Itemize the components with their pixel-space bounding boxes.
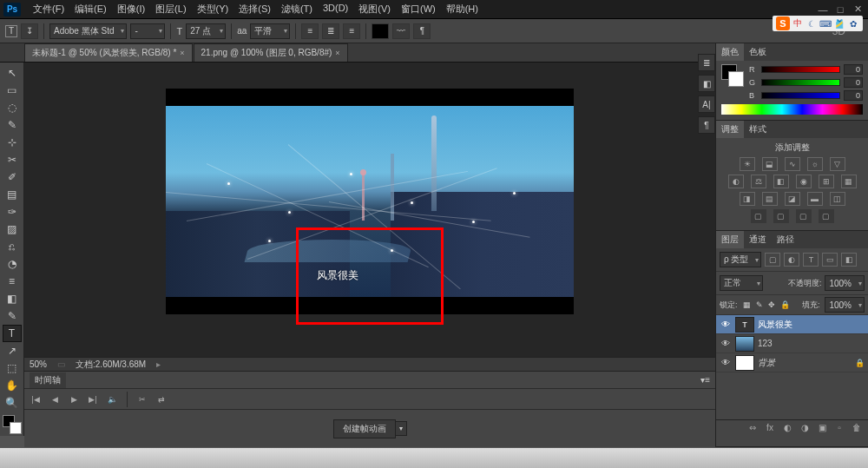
tab-doc-1-close-icon[interactable]: × <box>180 49 184 57</box>
layer-row-img[interactable]: 👁 123 <box>716 334 868 353</box>
tab-doc-1[interactable]: 未标题-1 @ 50% (风景很美, RGB/8) * × <box>24 43 193 62</box>
adj-threshold-icon[interactable]: ◪ <box>785 192 800 206</box>
r-slider[interactable] <box>761 66 840 73</box>
eyedropper-tool[interactable]: ✂ <box>3 151 22 168</box>
minimize-button[interactable]: — <box>816 3 830 16</box>
zoom-level[interactable]: 50% <box>30 359 47 369</box>
timeline-menu-icon[interactable]: ▾≡ <box>700 375 710 385</box>
font-style-dropdown[interactable]: - <box>130 23 165 39</box>
ime-moon-icon[interactable]: ☾ <box>806 17 818 30</box>
character-dock-icon[interactable]: A| <box>698 96 715 113</box>
lasso-tool[interactable]: ◌ <box>3 99 22 116</box>
adjust-tab[interactable]: 调整 <box>716 121 744 138</box>
delete-layer-icon[interactable]: 🗑 <box>851 423 863 432</box>
brush-tool[interactable]: ▤ <box>3 186 22 203</box>
ime-person-icon[interactable]: 🎽 <box>833 17 845 30</box>
zoom-tool[interactable]: 🔍 <box>3 394 22 412</box>
layer-name-2[interactable]: 背景 <box>758 357 775 369</box>
history-dock-icon[interactable]: ≣ <box>698 54 715 71</box>
color-swatch-tool[interactable] <box>3 415 22 434</box>
maximize-button[interactable]: □ <box>833 3 847 16</box>
layers-tab[interactable]: 图层 <box>716 231 744 248</box>
layer-row-text[interactable]: 👁 T 风景很美 <box>716 315 868 334</box>
lock-trans-icon[interactable]: ▦ <box>743 300 751 309</box>
b-value[interactable]: 0 <box>844 90 863 101</box>
color-tab[interactable]: 颜色 <box>716 43 744 61</box>
wand-tool[interactable]: ✎ <box>3 116 22 134</box>
menu-file[interactable]: 文件(F) <box>28 1 69 17</box>
link-layers-icon[interactable]: ⇔ <box>746 423 759 432</box>
hand-tool[interactable]: ✋ <box>3 377 22 394</box>
adj-hue-icon[interactable]: ◐ <box>728 175 744 188</box>
tl-split-icon[interactable]: ✂ <box>136 393 148 405</box>
tab-doc-2[interactable]: 21.png @ 100% (图层 0, RGB/8#) × <box>194 43 348 62</box>
marquee-tool[interactable]: ▭ <box>3 82 22 99</box>
eraser-tool[interactable]: ⎌ <box>3 238 22 255</box>
menu-3d[interactable]: 3D(D) <box>318 1 353 17</box>
filter-smart-icon[interactable]: ◧ <box>841 253 857 267</box>
crop-tool[interactable]: ⊹ <box>3 134 22 151</box>
text-orient-icon[interactable]: ↧ <box>21 23 38 39</box>
gradient-tool[interactable]: ◔ <box>3 255 22 273</box>
close-button[interactable]: ✕ <box>851 3 865 16</box>
tab-doc-2-close-icon[interactable]: × <box>335 49 339 57</box>
path-tool[interactable]: ↗ <box>3 342 22 359</box>
layer-visibility-icon[interactable]: 👁 <box>720 358 732 367</box>
ime-gear-icon[interactable]: ✿ <box>847 17 859 30</box>
adj-brightness-icon[interactable]: ☀ <box>740 157 755 171</box>
adj-selective-icon[interactable]: ◫ <box>830 192 845 206</box>
lock-all-icon[interactable]: 🔒 <box>780 300 790 309</box>
shape-tool[interactable]: ⬚ <box>3 359 22 377</box>
opacity-dropdown[interactable]: 100% <box>825 275 865 291</box>
tl-first-icon[interactable]: |◀ <box>30 393 42 405</box>
tl-prev-icon[interactable]: ◀ <box>49 393 61 405</box>
background-swatch[interactable] <box>10 422 22 434</box>
paragraph-dock-icon[interactable]: ¶ <box>698 116 715 134</box>
color-spectrum[interactable] <box>721 104 863 115</box>
font-family-dropdown[interactable]: Adobe 黑体 Std <box>49 23 127 39</box>
layer-fx-icon[interactable]: fx <box>764 423 776 432</box>
styles-tab[interactable]: 样式 <box>744 121 772 138</box>
layer-name-0[interactable]: 风景很美 <box>758 319 792 331</box>
adj-invert-icon[interactable]: ◨ <box>740 192 755 206</box>
adj-bw-icon[interactable]: ◧ <box>773 175 789 188</box>
layer-name-1[interactable]: 123 <box>758 339 773 348</box>
blend-mode-dropdown[interactable]: 正常 <box>720 275 763 291</box>
menu-window[interactable]: 窗口(W) <box>396 1 441 17</box>
filter-img-icon[interactable]: ▢ <box>765 253 780 267</box>
menu-image[interactable]: 图像(I) <box>112 1 150 17</box>
g-value[interactable]: 0 <box>844 77 863 88</box>
layer-row-bg[interactable]: 👁 背景 🔒 <box>716 353 868 372</box>
adj-posterize-icon[interactable]: ▤ <box>762 192 778 206</box>
tl-play-icon[interactable]: ▶ <box>68 393 80 405</box>
b-slider[interactable] <box>761 92 840 99</box>
canvas-text-layer[interactable]: 风景很美 <box>317 268 358 283</box>
create-frame-anim-button[interactable]: 创建帧动画 <box>333 419 396 438</box>
layer-kind-filter[interactable]: ρ 类型 <box>720 252 761 267</box>
layer-visibility-icon[interactable]: 👁 <box>720 339 732 348</box>
type-tool[interactable]: T <box>3 325 22 342</box>
ime-keyboard-icon[interactable]: ⌨ <box>819 17 832 30</box>
new-group-icon[interactable]: ▣ <box>816 423 828 432</box>
adj-exposure-icon[interactable]: ☼ <box>807 157 823 171</box>
font-size-dropdown[interactable]: 27 点 <box>186 23 226 39</box>
r-value[interactable]: 0 <box>844 64 863 75</box>
lock-pixel-icon[interactable]: ✎ <box>756 300 763 309</box>
pen-tool[interactable]: ✎ <box>3 307 22 325</box>
tl-next-icon[interactable]: ▶| <box>87 393 99 405</box>
menu-edit[interactable]: 编辑(E) <box>69 1 112 17</box>
new-adjust-icon[interactable]: ◑ <box>799 423 811 432</box>
adj-gradient-icon[interactable]: ▬ <box>807 192 823 206</box>
canvas-area[interactable]: 风景很美 <box>24 63 715 357</box>
adj-mixer-icon[interactable]: ⊞ <box>819 175 834 188</box>
adj-lookup-icon[interactable]: ▦ <box>841 175 857 188</box>
channels-tab[interactable]: 通道 <box>744 231 772 248</box>
move-tool[interactable]: ↖ <box>3 64 22 82</box>
adj-preset-3[interactable]: ▢ <box>796 209 812 223</box>
adj-preset-2[interactable]: ▢ <box>773 209 789 223</box>
warp-text-icon[interactable]: 〰 <box>392 23 410 39</box>
color-preview[interactable] <box>721 64 744 87</box>
menu-type[interactable]: 类型(Y) <box>192 1 234 17</box>
filter-type-icon[interactable]: T <box>803 253 819 267</box>
os-taskbar[interactable] <box>0 447 868 468</box>
